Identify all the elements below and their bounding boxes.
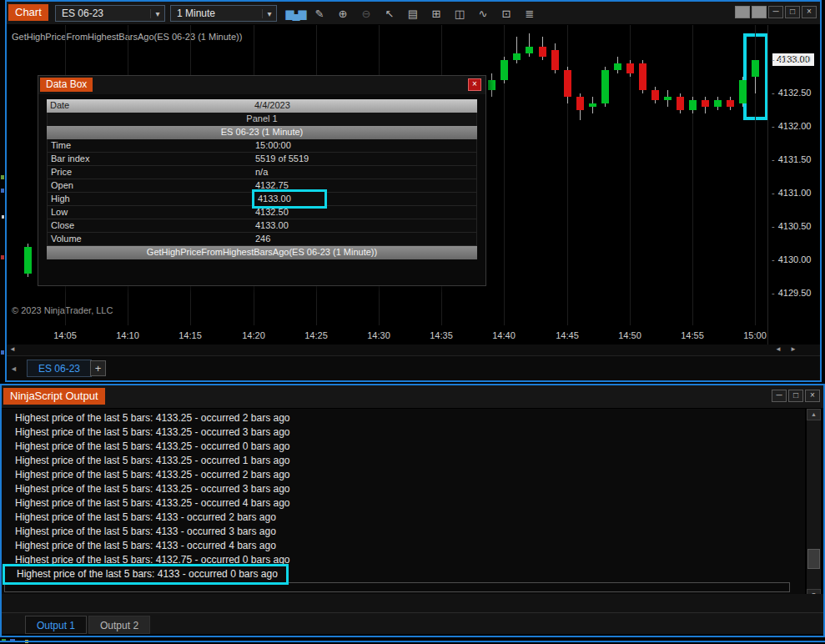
output-line: Highest price of the last 5 bars: 4133.2… (2, 440, 805, 454)
chevron-down-icon: ▾ (150, 9, 164, 18)
data-box-row-label: Time (48, 139, 252, 152)
output-titlebar: NinjaScript Output ─□× (2, 385, 823, 409)
data-box-row-label: Close (48, 219, 252, 232)
candle (651, 90, 659, 100)
candle (739, 80, 747, 103)
data-box-close-button[interactable]: × (468, 78, 481, 91)
chevron-down-icon: ▾ (262, 9, 276, 18)
data-box-row-value: 4133.00 (252, 219, 476, 232)
instrument-select[interactable]: ES 06-23 ▾ (55, 5, 165, 22)
price-axis-label: 4130.00 (772, 254, 811, 264)
price-axis-label: 4129.50 (772, 288, 811, 298)
candle (702, 100, 709, 107)
data-box-row: Pricen/a (47, 166, 477, 179)
data-box-row: ES 06-23 (1 Minute) (47, 126, 477, 139)
scroll-right-icon[interactable]: ► (790, 345, 797, 353)
cursor-tool-icon[interactable]: ↖ (379, 5, 399, 22)
interval-select[interactable]: 1 Minute ▾ (170, 5, 277, 22)
data-box-row-value: 4/4/2023 (251, 99, 477, 113)
pin-window-button[interactable]: ■ (735, 6, 750, 18)
zoom-out-icon[interactable]: ⊖ (355, 5, 375, 22)
data-box-window: Data Box × Date4/4/2023Panel 1ES 06-23 (… (38, 75, 486, 286)
draw-tool-icon[interactable]: ✎ (309, 5, 329, 22)
desktop-artifact (2, 215, 4, 219)
output-scrollbar[interactable]: ▲ ▼ (807, 409, 821, 601)
desktop-artifact (1, 175, 4, 179)
data-box-row-label: High (48, 193, 252, 205)
desktop-artifact (1, 189, 4, 193)
candle (727, 100, 734, 107)
data-box-row-label: Date (47, 99, 251, 113)
instrument-value: ES 06-23 (56, 8, 150, 19)
price-axis-label: 4132.50 (772, 88, 811, 98)
properties-grid-icon[interactable]: ⊡ (496, 5, 516, 22)
maximize-button[interactable]: □ (785, 6, 800, 18)
data-box-row-value: 15:00:00 (252, 139, 476, 152)
scroll-up-icon[interactable]: ▲ (807, 409, 821, 420)
price-axis[interactable]: 4133.00 4133.004132.504132.004131.504131… (767, 25, 820, 345)
time-axis-label: 14:55 (681, 330, 704, 340)
zoom-in-icon[interactable]: ⊕ (332, 5, 352, 22)
price-axis-label: 4131.00 (772, 188, 811, 198)
output-tab-output-2[interactable]: Output 2 (88, 616, 150, 634)
time-axis-label: 14:40 (492, 330, 516, 340)
close-button[interactable]: × (802, 6, 817, 18)
indicator-zigzag-icon[interactable]: ∿ (472, 5, 492, 22)
data-box-row: Time15:00:00 (47, 139, 477, 153)
candle (526, 47, 533, 53)
data-box-row-value: 5519 of 5519 (252, 153, 476, 165)
candle (551, 50, 559, 70)
chart-type-icon[interactable]: ▆▄▆ (285, 5, 305, 22)
time-axis-label: 14:50 (618, 330, 641, 340)
candle (626, 63, 634, 73)
output-tab-output-1[interactable]: Output 1 (25, 616, 87, 634)
data-box-row-value: 246 (252, 233, 476, 245)
add-tab-button[interactable]: + (90, 360, 106, 376)
chart-tab-es0623[interactable]: ES 06-23 (27, 360, 92, 377)
chart-title-chip: Chart (8, 4, 48, 21)
list-icon[interactable]: ≣ (519, 5, 539, 22)
time-axis-label: 14:45 (556, 330, 579, 340)
chart-window-icon[interactable]: ◫ (449, 5, 469, 22)
close-button[interactable]: × (805, 390, 820, 402)
tab-nav-left-icon[interactable]: ◄ (10, 365, 18, 373)
scroll-left-icon[interactable]: ◄ (775, 345, 782, 353)
minimize-button[interactable]: ─ (772, 390, 787, 402)
data-box-icon[interactable]: ▤ (402, 5, 422, 22)
chart-window: Chart ES 06-23 ▾ 1 Minute ▾ ▆▄▆✎⊕⊖↖▤⊞◫∿⊡… (5, 0, 822, 382)
price-axis-label: 4130.50 (772, 221, 811, 231)
scroll-left-icon[interactable]: ◄ (9, 345, 16, 353)
candle (576, 97, 584, 110)
output-line: Highest price of the last 5 bars: 4133.2… (2, 468, 805, 482)
candle (614, 63, 621, 70)
output-line: Highest price of the last 5 bars: 4133.2… (2, 425, 805, 440)
desktop: Chart ES 06-23 ▾ 1 Minute ▾ ▆▄▆✎⊕⊖↖▤⊞◫∿⊡… (0, 0, 825, 644)
data-box-row-value: n/a (252, 166, 476, 179)
time-axis-label: 15:00 (743, 330, 767, 340)
time-axis[interactable]: 14:0514:1014:1514:2014:2514:3014:3514:40… (7, 325, 767, 345)
chart-scrollbar[interactable]: ◄ ◄ ► (7, 345, 820, 355)
link-window-button[interactable]: ■ (752, 6, 767, 18)
data-box-row-label: Price (48, 166, 252, 179)
data-box-row: Volume246 (47, 233, 477, 246)
desktop-artifact (1, 255, 4, 259)
price-axis-label: 4132.00 (772, 121, 811, 131)
data-box-row: Panel 1 (47, 113, 477, 126)
output-line: Highest price of the last 5 bars: 4133.2… (2, 454, 805, 468)
scrollbar-thumb[interactable] (807, 549, 820, 569)
chart-toolbar: ▆▄▆✎⊕⊖↖▤⊞◫∿⊡≣ (285, 5, 539, 22)
data-box-row-label: Volume (48, 233, 252, 245)
maximize-button[interactable]: □ (788, 390, 803, 402)
data-box-row-label: Open (48, 179, 252, 192)
price-axis-label: 4131.50 (772, 154, 811, 164)
data-box-row-label: Low (48, 206, 252, 219)
output-line: Highest price of the last 5 bars: 4133 -… (2, 511, 805, 525)
window-edge (0, 641, 825, 642)
time-axis-label: 14:30 (367, 330, 390, 340)
candle (677, 97, 684, 110)
minimize-button[interactable]: ─ (768, 6, 783, 18)
data-box-row: GetHighPriceFromHighestBarsAgo(ES 06-23 … (47, 246, 477, 259)
chart-window-buttons: ■■─□× (735, 6, 817, 18)
output-window-buttons: ─□× (772, 390, 820, 402)
new-window-icon[interactable]: ⊞ (425, 5, 445, 22)
